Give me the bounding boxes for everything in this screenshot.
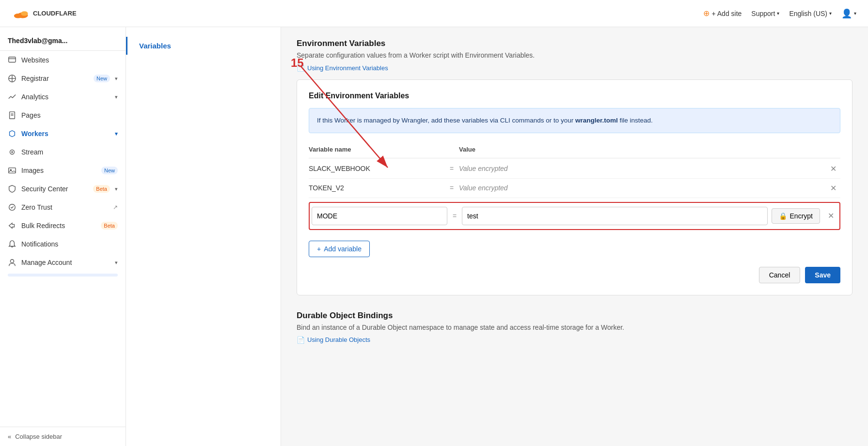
collapse-chevron-icon: « [8, 433, 11, 440]
edit-card-title: Edit Environment Variables [309, 92, 840, 100]
registrar-badge: New [94, 75, 110, 82]
zero-trust-icon [8, 203, 16, 212]
account-name[interactable]: Thed3vlab@gma... [0, 27, 126, 51]
var-name-slack: SLACK_WEBHOOK [309, 165, 444, 172]
images-badge: New [101, 167, 118, 174]
top-navigation: CLOUDFLARE ⊕ + Add site Support ▾ Englis… [0, 0, 868, 27]
registrar-icon [8, 74, 16, 83]
cancel-button[interactable]: Cancel [759, 267, 801, 283]
add-variable-label: Add variable [324, 245, 362, 253]
stream-label: Stream [21, 148, 118, 156]
logo[interactable]: CLOUDFLARE [12, 5, 77, 22]
sidebar-item-stream[interactable]: Stream [0, 143, 126, 161]
sidebar-item-manage-account[interactable]: Manage Account ▾ [0, 253, 126, 272]
env-section-title: Environment Variables [297, 39, 852, 48]
user-avatar-icon: 👤 [841, 8, 852, 19]
manage-account-label: Manage Account [21, 259, 110, 266]
sidebar: Thed3vlab@gma... Websites Registrar New … [0, 27, 126, 446]
col-header-value: Value [459, 146, 840, 153]
security-center-badge: Beta [93, 185, 110, 193]
bulk-redirects-badge: Beta [101, 222, 118, 230]
save-button[interactable]: Save [805, 267, 840, 283]
var-eq-token: = [444, 184, 459, 192]
doc-link-icon: 📄 [297, 64, 305, 72]
main-wrapper: Environment Variables Separate configura… [281, 27, 868, 446]
svg-rect-14 [9, 168, 16, 173]
durable-doc-link[interactable]: 📄 Using Durable Objects [297, 336, 370, 344]
svg-point-13 [11, 151, 13, 153]
add-site-button[interactable]: ⊕ + Add site [703, 9, 742, 18]
variable-row-token: TOKEN_V2 = Value encrypted ✕ [309, 179, 840, 198]
durable-object-section: Durable Object Bindings Bind an instance… [297, 311, 852, 344]
sidebar-item-security-center[interactable]: Security Center Beta ▾ [0, 180, 126, 198]
var-name-input-mode[interactable] [312, 207, 447, 225]
analytics-label: Analytics [21, 93, 110, 101]
language-selector[interactable]: English (US) ▾ [789, 10, 832, 17]
security-center-label: Security Center [21, 185, 88, 193]
svg-point-17 [10, 260, 14, 263]
var-value-input-mode[interactable] [462, 207, 768, 225]
env-section-description: Separate configuration values from a Wor… [297, 51, 852, 59]
security-center-caret-icon: ▾ [115, 186, 118, 192]
sidebar-scroll-hint [8, 274, 118, 277]
variable-table-header: Variable name Value [309, 143, 840, 158]
manage-account-caret-icon: ▾ [115, 260, 118, 266]
user-caret-icon: ▾ [854, 11, 856, 16]
sidebar-item-pages[interactable]: Pages [0, 106, 126, 124]
lock-icon: 🔒 [779, 212, 787, 220]
variables-tab[interactable]: Variables [126, 37, 281, 55]
support-button[interactable]: Support ▾ [751, 10, 779, 17]
durable-section-title: Durable Object Bindings [297, 311, 852, 321]
durable-section-description: Bind an instance of a Durable Object nam… [297, 323, 852, 331]
wrangler-toml-text: wrangler.toml [575, 117, 618, 124]
sidebar-item-notifications[interactable]: Notifications [0, 235, 126, 253]
sidebar-item-analytics[interactable]: Analytics ▾ [0, 88, 126, 106]
sidebar-item-bulk-redirects[interactable]: Bulk Redirects Beta [0, 216, 126, 235]
svg-rect-4 [9, 57, 16, 62]
encrypt-button[interactable]: 🔒 Encrypt [772, 208, 820, 224]
images-icon [8, 166, 16, 175]
durable-doc-link-icon: 📄 [297, 336, 305, 344]
security-icon [8, 185, 16, 193]
sidebar-item-images[interactable]: Images New [0, 161, 126, 180]
svg-rect-3 [15, 15, 26, 17]
workers-caret-icon: ▾ [115, 131, 118, 137]
var-name-token: TOKEN_V2 [309, 184, 444, 192]
images-label: Images [21, 167, 96, 174]
main-layout: Thed3vlab@gma... Websites Registrar New … [0, 27, 868, 446]
sidebar-item-websites[interactable]: Websites [0, 51, 126, 69]
variable-row-mode-active: = 🔒 Encrypt ✕ [309, 202, 840, 230]
var-close-slack[interactable]: ✕ [826, 164, 840, 173]
workers-label: Workers [21, 130, 110, 138]
stream-icon [8, 148, 16, 156]
edit-env-variables-card: Edit Environment Variables If this Worke… [297, 79, 852, 295]
sidebar-item-workers[interactable]: Workers ▾ [0, 124, 126, 143]
support-caret-icon: ▾ [777, 11, 779, 16]
manage-account-icon [8, 258, 16, 267]
variable-row-slack: SLACK_WEBHOOK = Value encrypted ✕ [309, 159, 840, 179]
sidebar-item-zero-trust[interactable]: Zero Trust ↗ [0, 198, 126, 216]
var-value-slack: Value encrypted [459, 165, 826, 172]
add-variable-button[interactable]: + Add variable [309, 241, 370, 257]
bulk-redirects-label: Bulk Redirects [21, 222, 96, 230]
info-banner-text-end: file instead. [618, 117, 653, 124]
analytics-icon [8, 92, 16, 101]
zero-trust-label: Zero Trust [21, 203, 108, 211]
workers-icon [8, 129, 16, 138]
user-menu[interactable]: 👤 ▾ [841, 8, 856, 19]
env-variables-section: Environment Variables Separate configura… [297, 39, 852, 72]
var-close-mode[interactable]: ✕ [824, 211, 837, 220]
notifications-label: Notifications [21, 240, 118, 248]
analytics-caret-icon: ▾ [115, 94, 118, 100]
pages-label: Pages [21, 111, 118, 119]
websites-label: Websites [21, 56, 118, 64]
sub-panel: Variables [126, 27, 281, 446]
collapse-sidebar-button[interactable]: « Collapse sidebar [0, 427, 126, 446]
sidebar-item-registrar[interactable]: Registrar New ▾ [0, 69, 126, 88]
pages-icon [8, 111, 16, 120]
var-close-token[interactable]: ✕ [826, 184, 840, 193]
col-header-name: Variable name [309, 146, 444, 153]
add-variable-icon: + [317, 245, 321, 253]
env-doc-link[interactable]: 📄 Using Environment Variables [297, 64, 388, 72]
registrar-caret-icon: ▾ [115, 76, 118, 82]
